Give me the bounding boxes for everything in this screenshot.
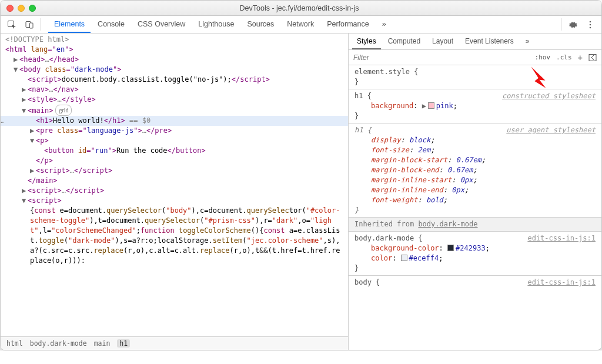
grid-badge[interactable]: grid [55,105,72,116]
breadcrumb-item[interactable]: body.dark-mode [30,339,87,348]
close-window-icon[interactable] [6,5,14,12]
stylesheet-origin[interactable]: edit-css-in-js:1 [527,278,596,288]
tabs-overflow-icon[interactable]: » [376,16,392,33]
panel-tabs: Elements Console CSS Overview Lighthouse… [48,16,392,33]
filter-input[interactable] [353,54,529,62]
tab-network[interactable]: Network [281,16,320,33]
svg-point-4 [590,24,591,25]
stylesheet-origin[interactable]: edit-css-in-js:1 [527,233,596,243]
dom-tree[interactable]: <!DOCTYPE html> <html lang="en"> ▶<head>… [1,34,348,336]
rule-element-style[interactable]: element.style { } [349,65,601,89]
inspect-element-icon[interactable] [4,17,19,32]
tab-styles[interactable]: Styles [352,34,381,49]
inherited-from-divider: Inherited from body.dark-mode [349,218,601,232]
kebab-menu-icon[interactable] [583,17,598,32]
zoom-window-icon[interactable] [29,5,36,12]
traffic-lights [6,5,36,12]
svg-rect-6 [589,54,596,61]
color-swatch-icon[interactable] [447,245,454,251]
window-titlebar: DevTools - jec.fyi/demo/edit-css-in-js [1,1,601,16]
doctype: <!DOCTYPE html> [5,35,69,44]
rule-body-dark-mode[interactable]: edit-css-in-js:1 body.dark-mode { backgr… [349,232,601,276]
new-rule-icon[interactable]: + [578,53,583,62]
rule-h1-constructed[interactable]: constructed stylesheet h1 { background: … [349,89,601,123]
tab-lighthouse[interactable]: Lighthouse [192,16,240,33]
inherited-link[interactable]: body.dark-mode [418,220,477,228]
window-title: DevTools - jec.fyi/demo/edit-css-in-js [41,4,558,12]
tab-event-listeners[interactable]: Event Listeners [460,34,519,49]
toggle-pane-icon[interactable] [588,54,597,62]
styles-sidebar: Styles Computed Layout Event Listeners »… [349,34,601,350]
tab-console[interactable]: Console [92,16,131,33]
style-rules[interactable]: element.style { } constructed stylesheet… [349,65,601,350]
devtools-toolbar: Elements Console CSS Overview Lighthouse… [1,16,601,34]
sidebar-tabs: Styles Computed Layout Event Listeners » [349,34,601,50]
minimize-window-icon[interactable] [18,5,25,12]
breadcrumb-item[interactable]: h1 [117,339,130,348]
settings-gear-icon[interactable] [565,17,580,32]
breadcrumb-item[interactable]: html [6,339,23,348]
color-swatch-icon[interactable] [401,255,407,261]
breadcrumb-item[interactable]: main [94,339,111,348]
tab-css-overview[interactable]: CSS Overview [132,16,191,33]
hov-toggle[interactable]: :hov [535,54,551,61]
breadcrumb[interactable]: html body.dark-mode main h1 [1,336,348,350]
rule-body[interactable]: edit-css-in-js:1 body { [349,276,601,289]
svg-point-3 [590,21,591,22]
selected-node[interactable]: <h1>Hello world!</h1> == $0 [1,116,348,126]
stylesheet-origin[interactable]: constructed stylesheet [502,91,596,101]
tab-elements[interactable]: Elements [48,16,91,33]
elements-panel: <!DOCTYPE html> <html lang="en"> ▶<head>… [1,34,349,350]
svg-rect-2 [30,23,34,28]
tab-computed[interactable]: Computed [383,34,425,49]
styles-toolbar: :hov .cls + [349,50,601,65]
inline-script-content: {const e=document.querySelector("body"),… [1,206,348,266]
stylesheet-origin: user agent stylesheet [506,125,596,135]
rule-h1-user-agent[interactable]: user agent stylesheet h1 { display: bloc… [349,123,601,218]
sidebar-tabs-overflow-icon[interactable]: » [521,34,534,49]
svg-point-5 [590,26,591,28]
tab-sources[interactable]: Sources [241,16,280,33]
tab-performance[interactable]: Performance [321,16,375,33]
device-toolbar-icon[interactable] [22,17,37,32]
cls-toggle[interactable]: .cls [556,54,572,61]
color-swatch-icon[interactable] [428,102,434,109]
tab-layout[interactable]: Layout [427,34,458,49]
